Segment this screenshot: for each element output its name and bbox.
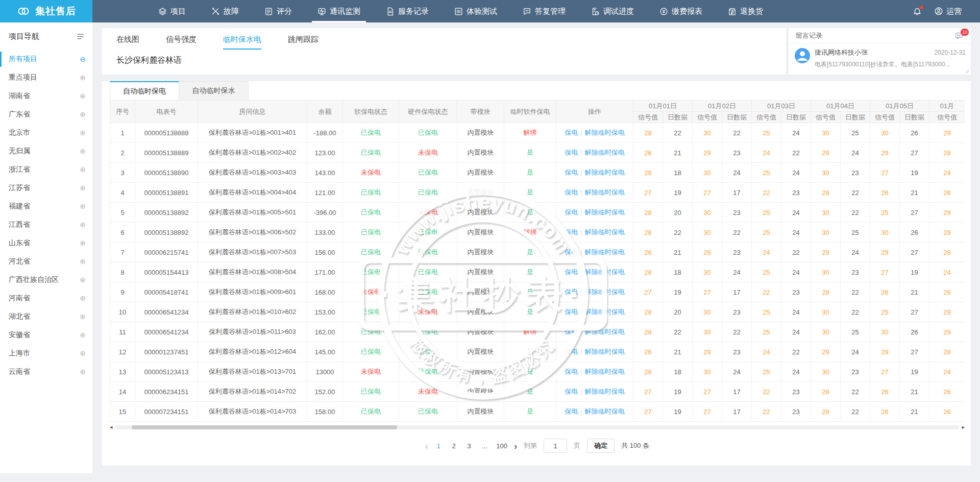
expand-icon[interactable]: ⊕: [80, 129, 86, 137]
page-number[interactable]: 3: [465, 442, 473, 450]
expand-icon[interactable]: ⊕: [80, 276, 86, 284]
expand-icon[interactable]: ⊕: [80, 184, 86, 192]
nav-item[interactable]: 退换货: [715, 0, 776, 22]
protect-action-link[interactable]: 保电: [565, 168, 578, 176]
expand-icon[interactable]: ⊕: [80, 349, 86, 357]
sidebar-item[interactable]: 福建省 ⊕: [0, 197, 92, 215]
nav-item[interactable]: 通讯监测: [305, 0, 373, 22]
expand-icon[interactable]: ⊕: [80, 74, 86, 82]
remove-temp-protect-link[interactable]: 解除临时保电: [585, 268, 625, 276]
protect-action-link[interactable]: 保电: [565, 348, 578, 355]
next-page-button[interactable]: ›: [514, 441, 517, 451]
protect-action-link[interactable]: 保电: [565, 407, 578, 415]
sidebar-item[interactable]: 北京市 ⊕: [0, 124, 92, 142]
scrollbar-track[interactable]: [115, 425, 960, 429]
expand-icon[interactable]: ⊕: [80, 92, 86, 100]
nav-item[interactable]: 故障: [199, 0, 252, 22]
remove-temp-protect-link[interactable]: 解除临时保电: [585, 188, 625, 196]
expand-icon[interactable]: ⊕: [80, 221, 86, 229]
protect-action-link[interactable]: 保电: [565, 228, 578, 236]
sidebar-item[interactable]: 所有项目 ⊖: [0, 50, 92, 68]
remove-temp-protect-link[interactable]: 解除临时保电: [585, 168, 625, 176]
scroll-left-icon[interactable]: ◂: [110, 424, 113, 430]
scrollbar-thumb[interactable]: [132, 425, 397, 429]
table-tab[interactable]: 自动临时保水: [179, 81, 249, 100]
remove-temp-protect-link[interactable]: 解除临时保电: [585, 348, 625, 355]
message-item[interactable]: 捷讯网络科技小张 2020-12-31 电表[511793000110]抄读异常…: [789, 44, 971, 69]
page-number[interactable]: ...: [481, 442, 488, 450]
sidebar-item[interactable]: 上海市 ⊕: [0, 344, 92, 363]
remove-temp-protect-link[interactable]: 解除临时保电: [585, 407, 625, 415]
protect-action-link[interactable]: 保电: [565, 188, 578, 196]
nav-item[interactable]: 缴费报表: [647, 0, 715, 22]
expand-icon[interactable]: ⊕: [80, 110, 86, 118]
sidebar-item[interactable]: 无归属 ⊕: [0, 142, 92, 160]
sidebar-item[interactable]: 江西省 ⊕: [0, 215, 92, 234]
page-number[interactable]: 100: [496, 442, 507, 450]
sidebar-item[interactable]: 浙江省 ⊕: [0, 160, 92, 179]
expand-icon[interactable]: ⊕: [80, 165, 86, 174]
resize-handle-icon[interactable]: [964, 68, 969, 74]
sidebar-item[interactable]: 广西壮族自治区 ⊕: [0, 271, 92, 289]
page-number[interactable]: 2: [450, 442, 457, 450]
expand-icon[interactable]: ⊕: [80, 312, 86, 321]
expand-icon[interactable]: ⊕: [80, 147, 86, 155]
nav-item[interactable]: 项目: [145, 0, 199, 22]
remove-temp-protect-link[interactable]: 解除临时保电: [585, 288, 625, 296]
user-menu[interactable]: 运营: [934, 7, 962, 16]
remove-temp-protect-link[interactable]: 解除临时保电: [585, 368, 625, 375]
confirm-button[interactable]: 确定: [587, 439, 615, 453]
sidebar-item[interactable]: 重点项目 ⊕: [0, 68, 92, 87]
remove-temp-protect-link[interactable]: 解除临时保电: [585, 129, 625, 136]
protect-action-link[interactable]: 保电: [565, 248, 578, 256]
expand-icon[interactable]: ⊕: [80, 294, 86, 302]
nav-item[interactable]: 体验测试: [442, 0, 510, 22]
remove-temp-protect-link[interactable]: 解除临时保电: [585, 208, 625, 216]
app-logo[interactable]: 集社售后: [0, 0, 92, 22]
sidebar-item[interactable]: 河南省 ⊕: [0, 289, 92, 307]
remove-temp-protect-link[interactable]: 解除临时保电: [585, 248, 625, 256]
remove-temp-protect-link[interactable]: 解除临时保电: [585, 388, 625, 395]
expand-icon[interactable]: ⊕: [80, 331, 86, 339]
remove-temp-protect-link[interactable]: 解除临时保电: [585, 228, 625, 236]
nav-item[interactable]: 服务记录: [373, 0, 442, 22]
message-list-button[interactable]: 10: [954, 32, 964, 40]
sidebar-item[interactable]: 河北省 ⊕: [0, 252, 92, 271]
collapse-icon[interactable]: ⊖: [80, 55, 86, 63]
protect-action-link[interactable]: 保电: [565, 149, 578, 156]
scroll-right-icon[interactable]: ▸: [962, 424, 965, 430]
sidebar-item[interactable]: 广东省 ⊕: [0, 105, 92, 124]
sidebar-item[interactable]: 山东省 ⊕: [0, 234, 92, 252]
protect-action-link[interactable]: 保电: [565, 388, 578, 395]
sidebar-item[interactable]: 湖南省 ⊕: [0, 87, 92, 105]
sidebar-item[interactable]: 安徽省 ⊕: [0, 326, 92, 344]
protect-action-link[interactable]: 保电: [565, 308, 578, 316]
protect-action-link[interactable]: 保电: [565, 328, 578, 335]
table-tab[interactable]: 自动临时保电: [110, 81, 179, 100]
sidebar-item[interactable]: 云南省 ⊕: [0, 363, 92, 381]
expand-icon[interactable]: ⊕: [80, 202, 86, 210]
menu-icon[interactable]: [76, 32, 85, 41]
protect-action-link[interactable]: 保电: [565, 268, 578, 276]
nav-item[interactable]: 调试进度: [578, 0, 647, 22]
expand-icon[interactable]: ⊕: [80, 239, 86, 247]
notification-bell-button[interactable]: [913, 7, 922, 16]
remove-temp-protect-link[interactable]: 解除临时保电: [585, 328, 625, 335]
prev-page-button[interactable]: ‹: [425, 441, 428, 451]
sidebar-item[interactable]: 湖北省 ⊕: [0, 307, 92, 326]
nav-item[interactable]: 答复管理: [510, 0, 578, 22]
monitor-tab[interactable]: 跳闸跟踪: [288, 35, 318, 50]
expand-icon[interactable]: ⊕: [80, 368, 86, 376]
remove-temp-protect-link[interactable]: 解除临时保电: [585, 308, 625, 316]
protect-action-link[interactable]: 保电: [565, 208, 578, 216]
page-number[interactable]: 1: [435, 442, 442, 450]
monitor-tab[interactable]: 信号强度: [166, 35, 197, 50]
monitor-tab[interactable]: 在线图: [116, 35, 139, 50]
protect-action-link[interactable]: 保电: [565, 368, 578, 375]
protect-action-link[interactable]: 保电: [565, 129, 578, 136]
monitor-tab[interactable]: 临时保水电: [223, 35, 261, 50]
goto-page-input[interactable]: [544, 439, 567, 453]
protect-action-link[interactable]: 保电: [565, 288, 578, 296]
remove-temp-protect-link[interactable]: 解除临时保电: [585, 149, 625, 156]
sidebar-item[interactable]: 江苏省 ⊕: [0, 179, 92, 197]
